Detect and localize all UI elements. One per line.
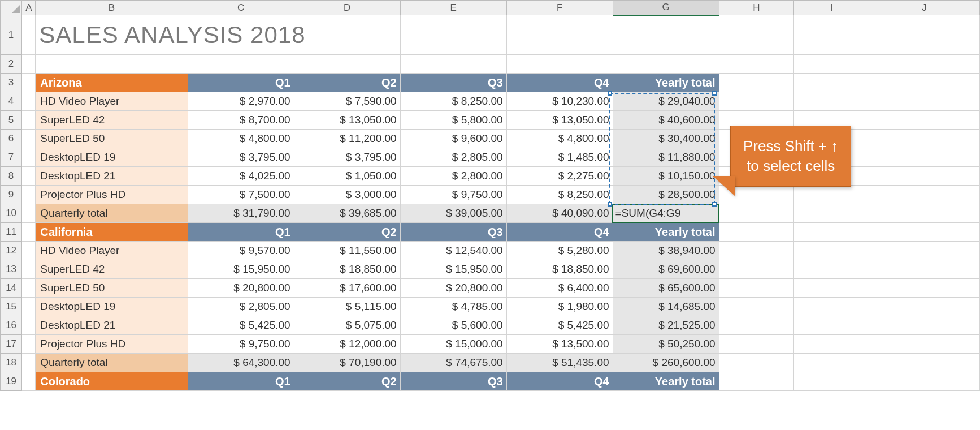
row-header-13[interactable]: 13	[1, 260, 22, 279]
col-q4[interactable]: Q4	[506, 223, 613, 242]
page-title[interactable]: SALES ANALYSIS 2018	[36, 15, 188, 55]
cell-J7[interactable]	[869, 148, 979, 167]
cell-A2[interactable]	[22, 55, 36, 74]
cell-value[interactable]: $ 3,795.00	[188, 148, 294, 167]
col-q2[interactable]: Q2	[294, 372, 400, 391]
cell-value[interactable]: $ 1,485.00	[506, 148, 613, 167]
cell-H3[interactable]	[719, 74, 794, 92]
cell-value[interactable]: $ 12,540.00	[400, 242, 506, 260]
col-q1[interactable]: Q1	[188, 74, 294, 92]
cell-G1[interactable]	[613, 15, 719, 55]
col-q4[interactable]: Q4	[506, 74, 613, 92]
cell-H18[interactable]	[719, 354, 794, 372]
cell-A6[interactable]	[22, 130, 36, 148]
cell-H1[interactable]	[719, 15, 794, 55]
product-label[interactable]: DesktopLED 19	[36, 148, 188, 167]
cell-value[interactable]: $ 5,425.00	[188, 316, 294, 335]
cell-J3[interactable]	[869, 74, 979, 92]
row-header-16[interactable]: 16	[1, 316, 22, 335]
cell-value[interactable]: $ 9,570.00	[188, 242, 294, 260]
row-header-11[interactable]: 11	[1, 223, 22, 242]
cell-value[interactable]: $ 3,000.00	[294, 186, 400, 204]
cell-F2[interactable]	[506, 55, 613, 74]
cell-value[interactable]: $ 28,500.00	[613, 186, 719, 204]
cell-A9[interactable]	[22, 186, 36, 204]
product-label[interactable]: HD Video Player	[36, 92, 188, 111]
cell-value[interactable]: $ 10,150.00	[613, 167, 719, 186]
cell-value[interactable]: $ 30,400.00	[613, 130, 719, 148]
cell-J11[interactable]	[869, 223, 979, 242]
cell-value[interactable]: $ 9,750.00	[188, 335, 294, 354]
cell-A5[interactable]	[22, 111, 36, 130]
product-label[interactable]: DesktopLED 21	[36, 167, 188, 186]
cell-value[interactable]: $ 8,250.00	[400, 92, 506, 111]
cell-A19[interactable]	[22, 372, 36, 391]
product-label[interactable]: Projector Plus HD	[36, 335, 188, 354]
cell-I15[interactable]	[794, 298, 869, 316]
cell-I12[interactable]	[794, 242, 869, 260]
cell-I3[interactable]	[794, 74, 869, 92]
cell-H11[interactable]	[719, 223, 794, 242]
cell-A7[interactable]	[22, 148, 36, 167]
row-header-1[interactable]: 1	[1, 15, 22, 55]
cell-value[interactable]: $ 2,275.00	[506, 167, 613, 186]
cell-value[interactable]: $ 40,090.00	[506, 204, 613, 223]
cell-J12[interactable]	[869, 242, 979, 260]
row-header-8[interactable]: 8	[1, 167, 22, 186]
cell-value[interactable]: $ 2,970.00	[188, 92, 294, 111]
cell-value[interactable]: $ 2,805.00	[400, 148, 506, 167]
cell-J2[interactable]	[869, 55, 979, 74]
row-header-15[interactable]: 15	[1, 298, 22, 316]
cell-value[interactable]: $ 4,800.00	[188, 130, 294, 148]
column-header-H[interactable]: H	[719, 1, 794, 15]
product-label[interactable]: Projector Plus HD	[36, 186, 188, 204]
cell-value[interactable]: $ 15,950.00	[400, 260, 506, 279]
cell-I14[interactable]	[794, 279, 869, 298]
cell-J13[interactable]	[869, 260, 979, 279]
cell-value[interactable]: $ 31,790.00	[188, 204, 294, 223]
cell-F1[interactable]	[506, 15, 613, 55]
cell-A4[interactable]	[22, 92, 36, 111]
cell-value[interactable]: $ 13,050.00	[294, 111, 400, 130]
cell-value[interactable]: $ 5,425.00	[506, 316, 613, 335]
cell-I16[interactable]	[794, 316, 869, 335]
product-label[interactable]: HD Video Player	[36, 242, 188, 260]
row-header-12[interactable]: 12	[1, 242, 22, 260]
cell-H19[interactable]	[719, 372, 794, 391]
cell-value[interactable]: $ 9,600.00	[400, 130, 506, 148]
cell-value[interactable]: $ 39,685.00	[294, 204, 400, 223]
cell-value[interactable]: $ 1,980.00	[506, 298, 613, 316]
cell-J6[interactable]	[869, 130, 979, 148]
col-q2[interactable]: Q2	[294, 223, 400, 242]
cell-A12[interactable]	[22, 242, 36, 260]
cell-value[interactable]: $ 4,800.00	[506, 130, 613, 148]
row-header-17[interactable]: 17	[1, 335, 22, 354]
cell-value[interactable]: $ 9,750.00	[400, 186, 506, 204]
cell-value[interactable]: $ 74,675.00	[400, 354, 506, 372]
cell-value[interactable]: $ 14,685.00	[613, 298, 719, 316]
cell-value[interactable]: $ 39,005.00	[400, 204, 506, 223]
row-header-7[interactable]: 7	[1, 148, 22, 167]
column-header-I[interactable]: I	[794, 1, 869, 15]
cell-J19[interactable]	[869, 372, 979, 391]
cell-A11[interactable]	[22, 223, 36, 242]
col-yearly-total[interactable]: Yearly total	[613, 223, 719, 242]
cell-value[interactable]: $ 18,850.00	[294, 260, 400, 279]
cell-value[interactable]: $ 70,190.00	[294, 354, 400, 372]
cell-value[interactable]: $ 29,040.00	[613, 92, 719, 111]
cell-value[interactable]: $ 20,800.00	[188, 279, 294, 298]
col-q1[interactable]: Q1	[188, 372, 294, 391]
product-label[interactable]: SuperLED 42	[36, 111, 188, 130]
cell-value[interactable]: $ 3,795.00	[294, 148, 400, 167]
cell-value[interactable]: $ 65,600.00	[613, 279, 719, 298]
cell-E2[interactable]	[400, 55, 506, 74]
column-header-B[interactable]: B	[36, 1, 188, 15]
cell-A16[interactable]	[22, 316, 36, 335]
row-header-19[interactable]: 19	[1, 372, 22, 391]
cell-value[interactable]: $ 2,800.00	[400, 167, 506, 186]
cell-value[interactable]: $ 13,500.00	[506, 335, 613, 354]
cell-A18[interactable]	[22, 354, 36, 372]
cell-J9[interactable]	[869, 186, 979, 204]
cell-value[interactable]: $ 51,435.00	[506, 354, 613, 372]
col-yearly-total[interactable]: Yearly total	[613, 372, 719, 391]
